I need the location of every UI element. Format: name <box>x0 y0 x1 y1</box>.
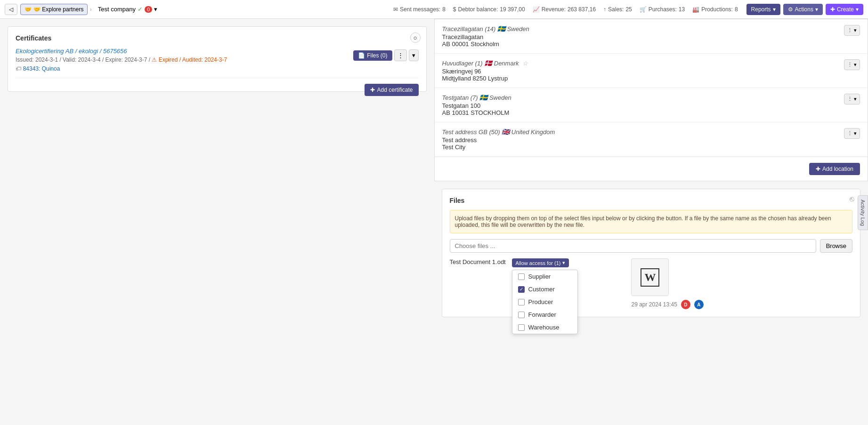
dropdown-item-forwarder[interactable]: Forwarder <box>512 308 577 321</box>
location-details-4: Test address GB (50) 🇬🇧 United Kingdom T… <box>442 128 555 151</box>
cert-status: ⚠ Expired / Audited: 2024-3-7 <box>152 56 227 63</box>
certificates-expand-button[interactable]: ○ <box>410 32 421 43</box>
actions-chevron-icon: ▾ <box>815 6 818 13</box>
create-chevron-icon: ▾ <box>856 6 859 13</box>
supplier-checkbox[interactable] <box>518 273 525 280</box>
sent-messages-count: 8 <box>442 6 446 13</box>
location-name-2: Huvudlager (1) 🇩🇰 Denmark ☆ <box>442 59 528 67</box>
add-location-label: Add location <box>822 166 853 172</box>
location-details-2: Huvudlager (1) 🇩🇰 Denmark ☆ Skæringvej 9… <box>442 59 528 82</box>
revenue-stat: 📈 Revenue: 263 837,16 <box>533 6 596 13</box>
add-location-button[interactable]: ✚ Add location <box>809 163 860 175</box>
create-button[interactable]: ✚ Create ▾ <box>826 4 863 15</box>
sent-messages-label: Sent messages: <box>400 6 440 13</box>
location-name-4: Test address GB (50) 🇬🇧 United Kingdom <box>442 128 555 136</box>
add-location-bar: ✚ Add location <box>435 157 868 181</box>
check-icon: ✓ <box>138 6 143 13</box>
word-icon: W <box>641 268 659 287</box>
productions-label: Productions: <box>701 6 733 13</box>
avatar-a: A <box>694 300 704 309</box>
company-name-button[interactable]: Test company ✓ 0 ▾ <box>94 3 162 15</box>
location-city-2: Midtjylland 8250 Lystrup <box>442 75 528 82</box>
back-button[interactable]: ◁ <box>5 4 17 15</box>
locations-section: Tracezillagatan (14) 🇸🇪 Sweden Tracezill… <box>434 19 868 181</box>
actions-button[interactable]: ⚙ Actions ▾ <box>783 4 823 15</box>
explore-partners-button[interactable]: 🤝 🤝 Explore partners <box>20 4 88 15</box>
cert-action-buttons: 📄 Files (0) ⋮ ▾ <box>353 49 418 61</box>
browse-button[interactable]: Browse <box>820 239 852 253</box>
add-certificate-button[interactable]: ✚ Add certificate <box>365 84 418 96</box>
check-mark: ✓ <box>519 287 523 292</box>
warehouse-checkbox[interactable] <box>518 324 525 331</box>
location-details-1: Tracezillagatan (14) 🇸🇪 Sweden Tracezill… <box>442 25 529 48</box>
location-more-button-4[interactable]: ⋮ ▾ <box>844 128 860 139</box>
producer-checkbox[interactable] <box>518 299 525 305</box>
debtor-balance-value: 19 397,00 <box>500 6 525 13</box>
reports-label: Reports <box>751 6 771 13</box>
access-dropdown-container: Allow access for (1) ▾ Supplier ✓ <box>512 258 569 267</box>
producer-label: Producer <box>528 298 553 305</box>
location-city-1: AB 00001 Stockholm <box>442 40 529 48</box>
stats-bar: ✉ Sent messages: 8 $ Debtor balance: 19 … <box>393 6 738 13</box>
notifications-badge: 0 <box>145 6 152 13</box>
location-addr-4: Test address <box>442 136 555 144</box>
star-icon: ☆ <box>522 60 528 67</box>
location-more-button-3[interactable]: ⋮ ▾ <box>844 94 860 104</box>
location-item-4: Test address GB (50) 🇬🇧 United Kingdom T… <box>435 122 868 157</box>
activity-log-tab[interactable]: Activity Log <box>858 195 868 230</box>
forwarder-checkbox[interactable] <box>518 312 525 318</box>
location-addr-2: Skæringvej 96 <box>442 68 528 75</box>
location-name-3: Testgatan (7) 🇸🇪 Sweden <box>442 94 511 101</box>
supplier-label: Supplier <box>528 273 551 280</box>
revenue-value: 263 837,16 <box>568 6 596 13</box>
nav-actions: Reports ▾ ⚙ Actions ▾ ✚ Create ▾ <box>746 4 863 15</box>
location-details-3: Testgatan (7) 🇸🇪 Sweden Testgatan 100 AB… <box>442 94 511 116</box>
browse-label: Browse <box>826 242 846 249</box>
main-content: Certificates ○ Ekologicertifiering AB / … <box>0 19 868 425</box>
cart-icon: 🛒 <box>640 6 647 13</box>
cert-dropdown-button[interactable]: ▾ <box>409 49 419 61</box>
sales-count: 25 <box>625 6 632 13</box>
revenue-label: Revenue: <box>542 6 566 13</box>
cert-issued: Issued: 2024-3-1 <box>16 56 58 63</box>
sales-icon: ↑ <box>603 6 606 13</box>
location-item-3: Testgatan (7) 🇸🇪 Sweden Testgatan 100 AB… <box>435 88 868 122</box>
location-more-button-2[interactable]: ⋮ ▾ <box>844 59 860 70</box>
files-section: Files ⎋ Upload files by dropping them on… <box>442 189 861 317</box>
cert-more-button[interactable]: ⋮ <box>394 49 407 61</box>
navbar: ◁ 🤝 🤝 Explore partners › Test company ✓ … <box>0 0 868 19</box>
actions-label: Actions <box>795 6 813 13</box>
activity-log-label: Activity Log <box>860 199 866 225</box>
location-item-1: Tracezillagatan (14) 🇸🇪 Sweden Tracezill… <box>435 19 868 54</box>
cert-tag-row: 🏷 84343: Quinoa <box>16 65 419 72</box>
warehouse-label: Warehouse <box>528 324 560 331</box>
certificates-title: Certificates <box>16 34 419 42</box>
dropdown-item-warehouse[interactable]: Warehouse <box>512 321 577 334</box>
cert-expire: Expire: 2024-3-7 <box>105 56 147 63</box>
plus-icon: ✚ <box>816 166 820 172</box>
location-more-button-1[interactable]: ⋮ ▾ <box>844 25 860 36</box>
access-badge[interactable]: Allow access for (1) ▾ <box>512 258 569 267</box>
file-date: 29 apr 2024 13:45 <box>631 301 677 308</box>
reports-button[interactable]: Reports ▾ <box>746 4 780 15</box>
sent-messages-stat: ✉ Sent messages: 8 <box>393 6 446 13</box>
choose-files-input[interactable] <box>450 239 816 253</box>
dropdown-item-supplier[interactable]: Supplier <box>512 270 577 283</box>
email-icon: ✉ <box>393 6 398 13</box>
avatar-d: D <box>681 300 690 309</box>
dropdown-item-producer[interactable]: Producer <box>512 296 577 308</box>
cert-files-button[interactable]: 📄 Files (0) <box>353 50 392 61</box>
cert-tag: 84343: Quinoa <box>23 65 60 72</box>
company-name-label: Test company <box>98 6 136 13</box>
sales-stat: ↑ Sales: 25 <box>603 6 632 13</box>
customer-checkbox[interactable]: ✓ <box>518 286 525 293</box>
access-label: Allow access for (1) <box>516 260 561 266</box>
reports-chevron-icon: ▾ <box>773 6 776 13</box>
plus-icon: ✚ <box>830 6 835 13</box>
factory-icon: 🏭 <box>692 6 699 13</box>
dropdown-item-customer[interactable]: ✓ Customer <box>512 283 577 296</box>
files-external-link-button[interactable]: ⎋ <box>850 195 854 203</box>
file-thumbnail-col: W 29 apr 2024 13:45 D A <box>631 258 703 309</box>
left-panel: Certificates ○ Ekologicertifiering AB / … <box>0 19 434 425</box>
purchases-stat: 🛒 Purchases: 13 <box>640 6 685 13</box>
